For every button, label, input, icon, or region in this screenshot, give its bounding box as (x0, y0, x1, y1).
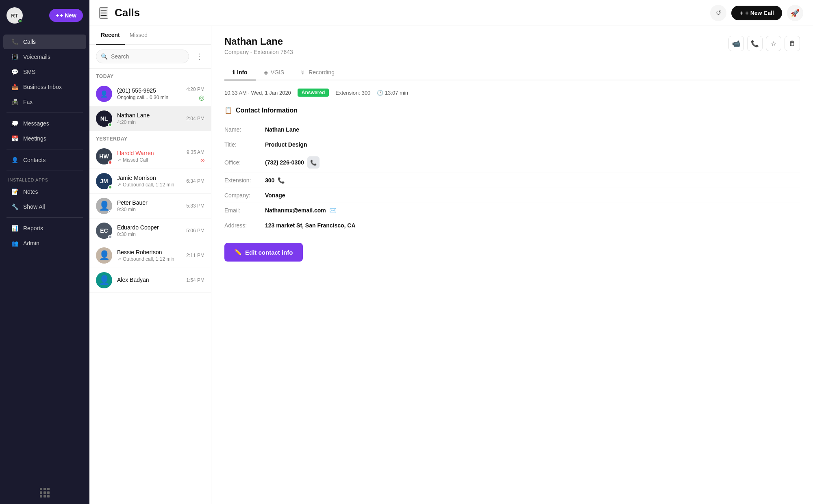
detail-panel: Nathan Lane Company - Extension 7643 📹 📞… (211, 26, 813, 504)
topbar-right: ↺ + + New Call 🚀 (710, 5, 803, 21)
call-item[interactable]: 👤 Bessie Robertson ↗ Outbound call, 1:12… (89, 243, 211, 268)
sidebar-divider-2 (7, 149, 83, 149)
detail-name-block: Nathan Lane Company - Extension 7643 (224, 36, 293, 55)
contact-row-address: Address: 123 market St, San Francisco, C… (224, 218, 800, 233)
call-name: (201) 555-9925 (117, 87, 181, 94)
call-name: Alex Badyan (117, 277, 181, 283)
phone-detail-icon: 📞 (751, 40, 759, 48)
sidebar-item-fax[interactable]: 📠 Fax (3, 95, 86, 109)
call-sub: Ongoing call... 0:30 min (117, 95, 181, 100)
contact-label: Title: (224, 141, 265, 148)
contact-row-email: Email: Nathanmx@email.com ✉️ (224, 203, 800, 218)
refresh-button[interactable]: ↺ (710, 5, 726, 21)
call-item[interactable]: 👤 (201) 555-9925 Ongoing call... 0:30 mi… (89, 82, 211, 106)
search-icon: 🔍 (101, 53, 108, 60)
call-name-missed: Harold Warren (117, 150, 182, 156)
initials-ec: EC (100, 227, 108, 234)
sidebar-item-notes[interactable]: 📝 Notes (3, 184, 86, 199)
call-name: Nathan Lane (117, 112, 181, 119)
contact-row-company: Company: Vonage (224, 188, 800, 203)
contact-row-title: Title: Product Design (224, 137, 800, 152)
rocket-button[interactable]: 🚀 (787, 5, 803, 21)
sidebar-item-show-all[interactable]: 🔧 Show All (3, 199, 86, 214)
video-call-button[interactable]: 📹 (728, 36, 744, 51)
duration-meta: 🕐 13:07 min (377, 90, 408, 96)
search-input[interactable] (96, 50, 189, 63)
sidebar-divider-3 (7, 171, 83, 171)
call-name: Jamie Morrison (117, 175, 181, 181)
search-bar: 🔍 ⋮ (89, 45, 211, 69)
call-info: Eduardo Cooper 0:30 min (117, 224, 181, 237)
contact-label: Company: (224, 192, 265, 199)
contacts-icon: 👤 (11, 157, 18, 163)
call-info: Bessie Robertson ↗ Outbound call, 1:12 m… (117, 249, 181, 262)
sidebar-item-meetings[interactable]: 📅 Meetings (3, 131, 86, 146)
notes-icon: 📝 (11, 188, 18, 195)
contact-value: (732) 226-0300 (265, 159, 304, 166)
call-sub: 4:20 min (117, 119, 181, 125)
sidebar-nav: 📞 Calls 📳 Voicemails 💬 SMS 📥 Business In… (0, 31, 89, 254)
call-avatar: 👤 (96, 272, 112, 288)
search-wrap: 🔍 (96, 50, 191, 63)
call-item[interactable]: HW Harold Warren ↗ Missed Call 9:35 AM ∞ (89, 144, 211, 169)
video-icon: 📹 (732, 40, 740, 48)
fax-icon: 📠 (11, 99, 18, 105)
sidebar-item-calls[interactable]: 📞 Calls (3, 35, 86, 49)
voicemail-icon: ∞ (200, 157, 204, 163)
topbar: ☰ Calls ↺ + + New Call 🚀 (89, 0, 813, 26)
tab-vgis[interactable]: ◈ VGIS (256, 65, 292, 80)
page-title: Calls (115, 6, 140, 19)
call-item[interactable]: EC Eduardo Cooper 0:30 min 5:06 PM (89, 218, 211, 243)
office-call-button[interactable]: 📞 (307, 156, 320, 169)
contact-value: 123 market St, San Francisco, CA (265, 222, 800, 229)
initials-jm: JM (100, 178, 108, 184)
outbound-icon2: ↗ (117, 256, 121, 262)
call-item[interactable]: JM Jamie Morrison ↗ Outbound call, 1:12 … (89, 169, 211, 194)
call-item[interactable]: 👤 Alex Badyan 1:54 PM (89, 268, 211, 293)
trash-icon: 🗑 (789, 40, 796, 47)
new-button[interactable]: + + New (49, 9, 83, 22)
sidebar-item-admin[interactable]: 👥 Admin (3, 236, 86, 251)
sidebar-header: RT + + New (0, 0, 89, 31)
call-time: 2:11 PM (186, 253, 204, 258)
sidebar-item-contacts[interactable]: 👤 Contacts (3, 153, 86, 167)
new-call-button[interactable]: + + New Call (731, 6, 782, 20)
call-sub: ↗ Outbound call, 1:12 min (117, 256, 181, 262)
section-label-today: TODAY (89, 69, 211, 82)
sidebar-item-sms[interactable]: 💬 SMS (3, 65, 86, 79)
reports-icon: 📊 (11, 225, 18, 231)
sidebar-item-reports[interactable]: 📊 Reports (3, 221, 86, 236)
delete-button[interactable]: 🗑 (785, 36, 800, 51)
photo-avatar-pb: 👤 (99, 201, 110, 211)
contact-value: Vonage (265, 192, 800, 199)
call-meta: 10:33 AM · Wed, 1 Jan 2020 Answered Exte… (224, 89, 800, 97)
tab-missed[interactable]: Missed (125, 26, 152, 45)
tab-recent[interactable]: Recent (96, 26, 125, 45)
initials-hw: HW (99, 153, 109, 160)
star-button[interactable]: ☆ (766, 36, 781, 51)
call-button[interactable]: 📞 (747, 36, 763, 51)
sidebar-item-messages[interactable]: 💭 Messages (3, 116, 86, 131)
plus-call-icon: + (739, 10, 743, 16)
call-time-meta: 10:33 AM · Wed, 1 Jan 2020 (224, 90, 291, 96)
sidebar-item-voicemails[interactable]: 📳 Voicemails (3, 50, 86, 64)
tab-recording[interactable]: 🎙 Recording (292, 65, 343, 80)
menu-button[interactable]: ☰ (99, 7, 108, 19)
more-options-button[interactable]: ⋮ (194, 50, 204, 63)
call-info: Nathan Lane 4:20 min (117, 112, 181, 125)
sidebar-item-business-inbox[interactable]: 📥 Business Inbox (3, 80, 86, 94)
status-dot-green (108, 123, 112, 127)
edit-contact-button[interactable]: ✏️ Edit contact info (224, 243, 303, 262)
calls-tabs: Recent Missed (89, 26, 211, 45)
call-item[interactable]: 👤 Peter Bauer 9:30 min 5:33 PM (89, 194, 211, 218)
status-dot-green2 (108, 185, 112, 189)
contact-row-extension: Extension: 300 📞 (224, 173, 800, 188)
call-item[interactable]: NL Nathan Lane 4:20 min 2:04 PM (89, 106, 211, 131)
call-avatar: 👤 (96, 198, 112, 214)
contact-label: Name: (224, 126, 265, 133)
call-avatar: NL (96, 110, 112, 127)
phone-office-icon: 📞 (310, 160, 317, 166)
tab-info[interactable]: ℹ Info (224, 65, 256, 80)
initials-nl: NL (100, 115, 108, 122)
contact-section-title: 📋 Contact Information (224, 106, 800, 114)
